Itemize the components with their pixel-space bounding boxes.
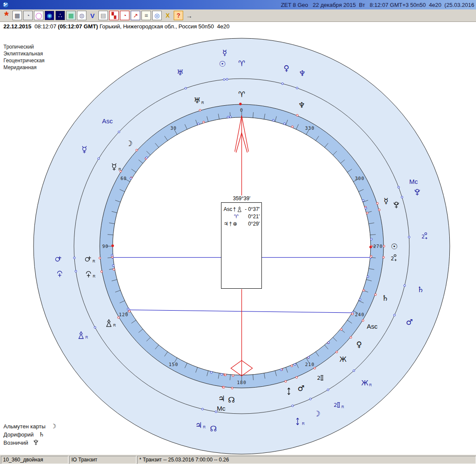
mercury-transit-glyph: ☿ (222, 48, 227, 57)
object-mercury-transit[interactable]: ☿ (222, 48, 227, 57)
status-panel-chart-template[interactable]: 10_360_двойная (1, 456, 68, 464)
transit-dot (401, 196, 403, 198)
clock-dial-icon[interactable]: ◔ (120, 11, 129, 20)
transit-dot (272, 119, 274, 121)
clock-icon[interactable]: ◔ (23, 11, 33, 20)
object-saturn-transit[interactable]: ♄ (417, 285, 424, 294)
almuten-row: Альмутен карты☽ (3, 422, 56, 430)
object-poseidon-natal[interactable] (340, 356, 347, 363)
degree-label: 30 (170, 125, 177, 131)
object-asc-natal[interactable]: Asc (367, 323, 378, 330)
axis-marker-dot (111, 244, 114, 247)
object-uranus-transit[interactable]: ♅ (177, 68, 184, 77)
axis-marker-dot (369, 246, 372, 248)
degree-label: 90 (102, 244, 109, 249)
object-venus-transit[interactable]: ♀ (283, 64, 289, 73)
transit-dot (75, 270, 77, 272)
transit-dot (130, 177, 132, 179)
mars-transit-glyph: ♂ (406, 317, 413, 327)
doc-globe-icon[interactable]: ◍ (77, 11, 86, 20)
bookmark-icon[interactable]: V (88, 11, 97, 20)
north-node-natal-glyph: ☊ (228, 395, 235, 404)
map-view-icon[interactable]: ▦ (66, 11, 76, 20)
object-jupiter-natal[interactable]: ♃ (218, 394, 225, 403)
transit-dot (284, 123, 286, 125)
graph-icon[interactable]: ↗ (131, 11, 140, 20)
event-alarm-icon[interactable]: * (2, 11, 11, 20)
sphere-icon[interactable]: ◎ (152, 11, 162, 20)
tools-icon[interactable]: X (163, 11, 172, 20)
object-mars-natal[interactable]: ♂ (298, 384, 304, 393)
aspect-row: ♈0°21' (221, 213, 261, 220)
setting-label: Эклиптикальная (3, 50, 45, 57)
clock-icon-glyph: ◔ (26, 12, 30, 19)
transit-dot (210, 371, 212, 373)
object-asc-transit[interactable]: Asc (102, 117, 113, 125)
natal-dot (113, 269, 115, 270)
transit-dot (74, 257, 75, 259)
object-mercury-natal[interactable]: ☿ (384, 196, 388, 205)
poseidon-transit-retrograde-mark: R (369, 383, 372, 387)
object-neptune-transit[interactable]: ♆ (299, 69, 306, 78)
calendar-table-icon[interactable]: ▦ (12, 11, 22, 20)
object-aries-sign-natal[interactable]: ♈ (238, 90, 245, 99)
degree-label: 210 (305, 362, 315, 367)
pluto-icon (33, 439, 39, 446)
natal-dot (375, 293, 376, 295)
notes-icon[interactable]: ≡ (141, 11, 151, 20)
aspect-info-box[interactable]: Asc†- 0°37'♈0°21'♃†⊕0°29' (221, 202, 262, 289)
object-mc-transit[interactable]: Mc (409, 178, 418, 185)
aspect-table-icon-glyph: ▚ (112, 12, 117, 19)
hades-natal-retrograde-mark: R (93, 274, 95, 278)
aspect-row: ♃†⊕0°29' (221, 220, 261, 227)
chart-date: 22.12.2015 (3, 23, 31, 30)
moon-transit-glyph: ☽ (313, 409, 320, 418)
window-title: ZET 8 Geo 22 декабря 2015 Вт 8:12:07 GMT… (281, 2, 476, 8)
object-north-node-natal[interactable]: ☊ (228, 395, 235, 404)
object-moon-transit[interactable]: ☽ (313, 409, 320, 418)
chart-circle-icon[interactable]: ◯ (34, 11, 43, 20)
natal-dot (117, 317, 119, 318)
transit-dot (404, 285, 405, 287)
zeus-glyph (237, 206, 242, 213)
object-aries-sign-transit[interactable]: ♈ (238, 59, 245, 68)
aspect-orb-value: 0°21' (248, 214, 260, 220)
transit-dot (353, 370, 355, 372)
north-node-transit-glyph: ☊ (210, 424, 217, 433)
degree-label: 180 (237, 380, 246, 385)
toolbar: *▦◔◯◉∴▦◍V▤▚◔↗≡◎X?→ (0, 9, 476, 22)
status-panel-event-name[interactable]: IO Транзит (69, 456, 136, 464)
document-icon[interactable]: ▤ (98, 11, 108, 20)
exit-icon[interactable]: → (184, 11, 194, 20)
status-panel-transit-info[interactable]: * Транзит -- 25.03.2016 7:00:00 -- 0.26 (137, 456, 476, 464)
title-bar[interactable]: ZET 8 Geo 22 декабря 2015 Вт 8:12:07 GMT… (0, 0, 476, 9)
object-north-node-transit[interactable]: ☊ (210, 424, 217, 433)
almuten-glyph: ☽ (51, 422, 56, 430)
almuten-label: Дорифорий (3, 430, 34, 439)
object-mc-natal[interactable]: Mc (217, 405, 225, 412)
aspect-orb-value: 0°29' (248, 221, 260, 227)
info-bar: 22.12.2015 08:12:07 (05:12:07 GMT) Горьк… (0, 22, 476, 31)
planet-view-icon[interactable]: ◉ (45, 11, 54, 20)
aspect-table-icon[interactable]: ▚ (109, 11, 119, 20)
natal-dot (285, 381, 286, 382)
aspect-text: Asc (224, 206, 232, 212)
mc-natal-label: Mc (217, 405, 225, 412)
object-neptune-natal[interactable]: ♆ (298, 101, 305, 110)
object-venus-natal[interactable]: ♀ (356, 340, 362, 349)
neptune-natal-glyph: ♆ (298, 101, 305, 110)
object-sun-transit[interactable]: ☉ (219, 59, 226, 68)
almuten-row: Дорифорий♄ (3, 430, 56, 439)
transit-dot (310, 398, 311, 400)
natal-dot (292, 126, 293, 128)
aspect-row: Asc†- 0°37' (221, 205, 261, 213)
object-sun-natal[interactable]: ☉ (391, 242, 398, 251)
object-moon-natal[interactable]: ☽ (126, 139, 132, 148)
help-icon[interactable]: ? (174, 11, 183, 20)
transit-dot (307, 357, 309, 358)
natal-dot (370, 255, 372, 257)
transit-dot (280, 369, 282, 371)
sky-view-icon[interactable]: ∴ (55, 11, 65, 20)
object-mars-transit[interactable]: ♂ (406, 317, 413, 327)
object-saturn-natal[interactable]: ♄ (382, 293, 389, 302)
